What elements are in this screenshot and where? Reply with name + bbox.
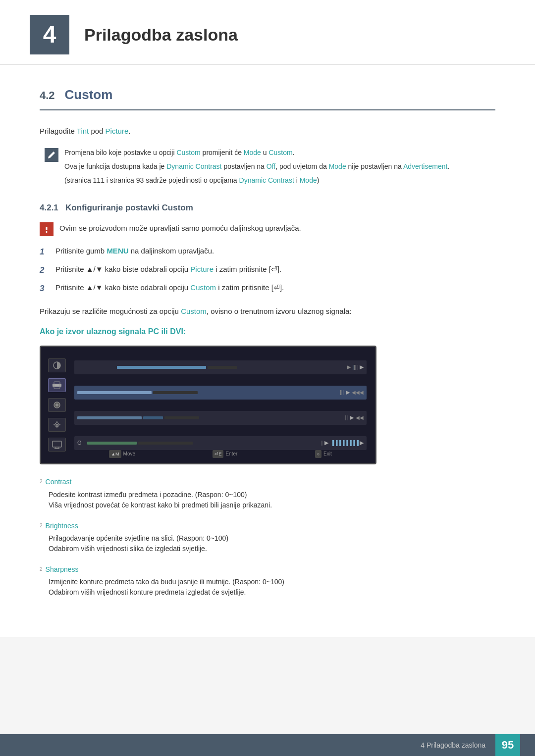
brightness-desc1: Prilagođavanje općenite svjetline na sli…	[49, 533, 495, 544]
sharpness-desc1: Izmijenite konture predmeta tako da budu…	[49, 577, 495, 587]
color-empty	[138, 442, 193, 445]
sidebar-circle-icon	[48, 398, 66, 412]
step-2-num: 2	[40, 263, 50, 277]
step-3: 3 Pritisnite ▲/▼ kako biste odabrali opc…	[40, 282, 495, 295]
sidebar-brightness-icon	[48, 378, 66, 392]
color-slider	[87, 442, 318, 445]
color-fill	[87, 442, 137, 445]
sidebar-gear-icon	[48, 418, 66, 432]
monitor-menu: ▶ | | | | ▶ | | | ▶ ◀◀◀	[69, 351, 372, 459]
contrast-label: Contrast	[40, 476, 495, 487]
monitor-icon	[52, 440, 62, 449]
feature-list: Contrast Podesite kontrast između predme…	[40, 476, 495, 598]
feature-brightness: Brightness Prilagođavanje općenite svjet…	[40, 520, 495, 554]
contrast-desc2: Viša vrijednost povećat će kontrast kako…	[49, 500, 495, 510]
main-content: 4.2 Custom Prilagodite Tint pod Picture.…	[0, 65, 535, 637]
note-line-3: (stranica 111 i stranica 93 sadrže pojed…	[64, 175, 449, 186]
svg-point-8	[56, 424, 58, 426]
warning-icon	[40, 222, 54, 236]
brightness-icon	[52, 381, 62, 390]
menu-contrast-row: ▶ | | | | ▶	[74, 360, 367, 374]
move-label: Move	[123, 450, 135, 458]
note-line-2: Ova je funkcija dostupna kada je Dynamic…	[64, 161, 449, 172]
intro-text: Prilagodite Tint pod Picture.	[40, 125, 495, 137]
step-1-text: Pritisnite gumb MENU na daljinskom uprav…	[55, 245, 214, 258]
svg-point-6	[55, 403, 58, 406]
subsection-421-title: 4.2.1 Konfiguriranje postavki Custom	[40, 201, 495, 214]
step-3-text: Pritisnite ▲/▼ kako biste odabrali opcij…	[55, 282, 284, 295]
btn-move: ▲M Move	[109, 450, 135, 458]
brightness-fill	[77, 391, 152, 394]
brightness-slider	[77, 391, 337, 394]
menu-brightness-row: | | | ▶ ◀◀◀	[74, 386, 367, 400]
brightness-label-text: Brightness	[46, 520, 78, 531]
footer-page-number: 95	[495, 734, 520, 756]
enter-icon: ⏎E	[213, 450, 223, 458]
step-1: 1 Pritisnite gumb MENU na daljinskom upr…	[40, 245, 495, 258]
sidebar-monitor-icon	[48, 438, 66, 452]
brightness-label: Brightness	[40, 520, 495, 531]
warning-text: Ovim se proizvodom može upravljati samo …	[59, 222, 301, 234]
footer-text: 4 Prilagodba zaslona	[421, 740, 485, 751]
chapter-number-box: 4	[30, 15, 69, 54]
exclamation-icon	[42, 225, 51, 234]
note-icon	[45, 148, 58, 162]
subsection-number: 4.2.1	[40, 203, 58, 212]
feature-contrast: Contrast Podesite kontrast između predme…	[40, 476, 495, 510]
sharpness-empty	[164, 416, 199, 419]
sharpness-fill2	[143, 416, 163, 419]
monitor-sidebar	[45, 351, 69, 459]
subsection-title-text: Konfiguriranje postavki Custom	[65, 203, 193, 212]
step-2: 2 Pritisnite ▲/▼ kako biste odabrali opc…	[40, 263, 495, 277]
sharpness-desc2: Odabirom viših vrijednosti konture predm…	[49, 587, 495, 598]
source-heading: Ako je izvor ulaznog signala PC ili DVI:	[40, 325, 495, 338]
chapter-title: Prilagodba zaslona	[84, 21, 238, 48]
chapter-number: 4	[43, 16, 56, 54]
contrast-desc1: Podesite kontrast između predmeta i poza…	[49, 490, 495, 500]
sharpness-fill	[77, 416, 142, 419]
exit-label: Exit	[323, 450, 332, 458]
note-lines: Promjena bilo koje postavke u opciji Cus…	[64, 147, 449, 186]
gear-icon	[52, 420, 62, 429]
svg-rect-1	[46, 231, 48, 233]
step-3-num: 3	[40, 282, 50, 295]
sharpness-slider	[77, 416, 342, 419]
sharpness-label: Sharpness	[40, 564, 495, 575]
contrast-slider	[117, 366, 344, 369]
section-title: Custom	[65, 85, 113, 105]
move-icon: ▲M	[109, 450, 121, 458]
contrast-empty	[208, 366, 237, 369]
picture-link: Picture	[106, 127, 129, 135]
contrast-fill	[117, 366, 206, 369]
step-2-text: Pritisnite ▲/▼ kako biste odabrali opcij…	[55, 263, 281, 277]
note-line-1: Promjena bilo koje postavke u opciji Cus…	[64, 147, 449, 158]
section-42-heading: 4.2 Custom	[40, 85, 495, 110]
btn-exit: ○ Exit	[315, 450, 332, 458]
menu-sharpness-row: | | ▶ ◀◀	[74, 411, 367, 425]
enter-label: Enter	[225, 450, 237, 458]
contrast-label-text: Contrast	[46, 476, 72, 487]
svg-rect-0	[46, 227, 48, 230]
section-number: 4.2	[40, 87, 55, 104]
feature-sharpness: Sharpness Izmijenite konture predmeta ta…	[40, 564, 495, 598]
brightness-desc2: Odabirom viših vrijednosti slika će izgl…	[49, 544, 495, 554]
circle-icon	[52, 401, 62, 409]
pencil-icon	[47, 150, 56, 160]
menu-color-row: G | ▶ ▐▐▐▐▐▐▐▐ ▶	[74, 436, 367, 450]
warning-note: Ovim se proizvodom može upravljati samo …	[40, 222, 495, 236]
monitor-bottom-bar: ▲M Move ⏎E Enter ○ Exit	[70, 449, 371, 459]
sidebar-contrast-icon	[48, 358, 66, 372]
tint-link: Tint	[77, 127, 89, 135]
para-before-source: Prikazuju se različite mogućnosti za opc…	[40, 305, 495, 317]
exit-icon: ○	[315, 450, 321, 458]
btn-enter: ⏎E Enter	[213, 450, 237, 458]
page-footer: 4 Prilagodba zaslona 95	[0, 734, 535, 756]
sharpness-label-text: Sharpness	[46, 564, 79, 575]
svg-rect-13	[53, 441, 61, 447]
brightness-empty	[153, 391, 198, 394]
page-header: 4 Prilagodba zaslona	[0, 0, 535, 65]
contrast-icon	[52, 361, 62, 370]
note-box: Promjena bilo koje postavke u opciji Cus…	[45, 147, 495, 186]
step-1-num: 1	[40, 245, 50, 258]
monitor-screenshot: ▶ | | | | ▶ | | | ▶ ◀◀◀	[40, 346, 376, 464]
